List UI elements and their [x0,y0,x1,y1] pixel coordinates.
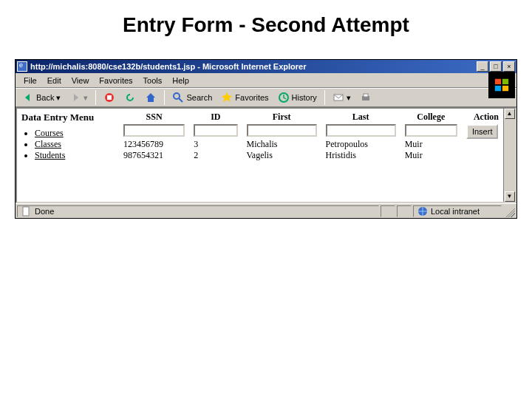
mail-button[interactable]: ▾ [329,89,355,106]
status-zone-cell: Local intranet [413,205,502,217]
forward-arrow-icon [69,92,81,103]
home-button[interactable] [141,89,160,106]
svg-rect-3 [502,86,508,91]
cell-college: Muir [400,150,462,161]
sidebar: Data Entry Menu Courses Classes Students [21,112,110,161]
back-arrow-icon [22,92,34,103]
svg-rect-2 [495,86,501,91]
cell-ssn: 987654321 [119,150,189,161]
favorites-star-icon [221,92,233,103]
favorites-label: Favorites [235,93,268,102]
mail-icon [332,92,344,103]
insert-button[interactable]: Insert [466,124,499,139]
separator [164,90,165,105]
scroll-up-button[interactable]: ▲ [505,109,515,119]
status-zone: Local intranet [431,207,480,216]
cell-id: 3 [189,139,242,150]
search-label: Search [186,93,212,102]
history-button[interactable]: History [274,89,321,106]
id-input[interactable] [194,124,237,137]
content-viewport: ▲ ▼ Data Entry Menu Courses Classes Stud… [16,107,516,203]
stop-icon [103,92,115,103]
status-blank-2 [397,205,412,217]
toolbar: Back ▾ ▾ [16,88,516,107]
print-icon [360,92,372,103]
menu-favorites[interactable]: Favorites [94,76,137,85]
svg-point-6 [174,93,180,99]
cell-first: Michalis [242,139,321,150]
col-college: College [400,112,462,124]
menu-edit[interactable]: Edit [42,76,66,85]
dropdown-icon: ▾ [56,93,61,103]
intranet-zone-icon [417,205,429,217]
ssn-input[interactable] [123,124,185,137]
home-icon [145,92,157,103]
cell-ssn: 123456789 [119,139,189,150]
titlebar: http://michalis:8080/cse132b/students1.j… [16,60,516,73]
vertical-scrollbar[interactable]: ▲ ▼ [503,109,515,202]
cell-last: Petropoulos [321,139,400,150]
cell-first: Vagelis [242,150,321,161]
svg-rect-1 [502,79,508,84]
menu-view[interactable]: View [66,76,95,85]
document-icon [21,205,33,217]
svg-rect-11 [364,94,368,97]
history-clock-icon [278,92,290,103]
table-header-row: SSN ID First Last College Action [119,112,511,124]
browser-window: http://michalis:8080/cse132b/students1.j… [15,59,517,219]
svg-line-7 [179,98,183,102]
minimize-button[interactable]: _ [477,61,488,72]
refresh-button[interactable] [120,89,140,106]
window-title: http://michalis:8080/cse132b/students1.j… [30,62,477,71]
search-button[interactable]: Search [168,89,216,106]
maximize-button[interactable]: □ [490,61,502,72]
col-id: ID [189,112,242,124]
list-item: Classes [35,139,110,150]
forward-button[interactable]: ▾ [66,89,92,106]
svg-rect-0 [495,79,501,84]
menu-tools[interactable]: Tools [138,76,168,85]
menu-help[interactable]: Help [167,76,194,85]
first-input[interactable] [247,124,317,137]
stop-button[interactable] [100,89,119,106]
list-item: Students [35,150,110,161]
last-input[interactable] [326,124,396,137]
separator [324,90,325,105]
table-input-row: Insert [119,124,511,139]
ie-icon [17,61,27,72]
svg-rect-12 [23,207,29,216]
table-row: 123456789 3 Michalis Petropoulos Muir [119,139,511,150]
scroll-down-button[interactable]: ▼ [505,191,515,202]
college-input[interactable] [405,124,457,137]
col-last: Last [321,112,400,124]
status-text-cell: Done [17,205,379,217]
history-label: History [292,93,317,102]
sidebar-link-students[interactable]: Students [35,150,65,160]
cell-id: 2 [189,150,242,161]
menubar: File Edit View Favorites Tools Help [16,73,516,88]
search-icon [172,92,184,103]
sidebar-title: Data Entry Menu [21,112,110,123]
data-grid: SSN ID First Last College Action Insert [119,112,511,161]
refresh-icon [124,92,136,103]
dropdown-icon: ▾ [83,93,88,103]
list-item: Courses [35,128,110,139]
windows-flag-icon [488,72,515,98]
resize-grip[interactable] [503,205,515,217]
sidebar-link-classes[interactable]: Classes [35,139,61,149]
back-button[interactable]: Back ▾ [18,89,64,106]
table-row: 987654321 2 Vagelis Hristidis Muir [119,150,511,161]
print-button[interactable] [356,89,375,106]
status-blank-1 [381,205,395,217]
menu-file[interactable]: File [18,76,42,85]
separator [95,90,96,105]
back-label: Back [36,93,54,102]
favorites-button[interactable]: Favorites [217,89,272,106]
slide-title: Entry Form - Second Attempt [0,0,532,59]
close-button[interactable]: × [503,61,515,72]
cell-college: Muir [400,139,462,150]
status-text: Done [35,207,54,216]
sidebar-link-courses[interactable]: Courses [35,128,64,138]
col-first: First [242,112,321,124]
cell-last: Hristidis [321,150,400,161]
